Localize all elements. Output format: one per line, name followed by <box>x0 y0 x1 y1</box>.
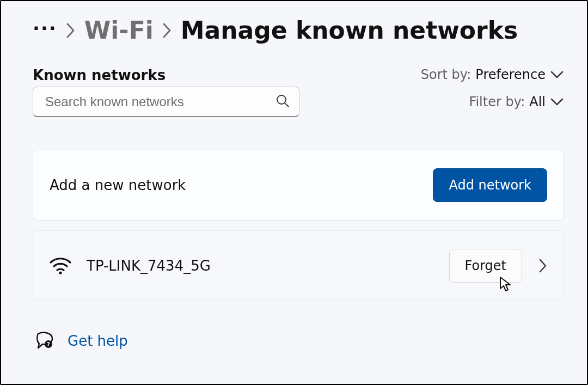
svg-line-1 <box>285 103 289 107</box>
filter-label: Filter by: <box>469 94 525 109</box>
network-row-right: Forget <box>449 249 548 283</box>
section-title: Known networks <box>33 67 299 83</box>
breadcrumb-more-icon[interactable]: ··· <box>33 17 57 44</box>
chevron-right-icon <box>66 22 76 39</box>
chevron-right-icon <box>162 22 172 39</box>
search-icon[interactable] <box>275 94 290 110</box>
header-row: Known networks Sort by: Preference <box>33 67 564 143</box>
help-row: ? Get help <box>33 332 564 350</box>
filter-dropdown[interactable]: Filter by: All <box>469 94 564 109</box>
get-help-link[interactable]: Get help <box>68 333 128 349</box>
search-input[interactable] <box>33 87 299 117</box>
filter-value: All <box>529 94 546 109</box>
chevron-down-icon <box>550 70 564 79</box>
sort-label: Sort by: <box>421 67 471 82</box>
network-row[interactable]: TP-LINK_7434_5G Forget <box>33 230 564 301</box>
breadcrumb-link-wifi[interactable]: Wi-Fi <box>84 16 154 44</box>
sort-value: Preference <box>475 67 546 82</box>
sort-dropdown[interactable]: Sort by: Preference <box>421 67 564 82</box>
help-icon: ? <box>36 332 54 350</box>
add-network-label: Add a new network <box>50 177 186 193</box>
sort-filter-group: Sort by: Preference Filter by: All <box>421 67 564 109</box>
svg-point-2 <box>59 271 62 274</box>
chevron-down-icon <box>550 97 564 106</box>
add-network-card: Add a new network Add network <box>33 150 564 221</box>
chevron-right-icon[interactable] <box>538 258 547 273</box>
forget-button[interactable]: Forget <box>449 249 523 283</box>
page-title: Manage known networks <box>181 16 518 44</box>
network-name: TP-LINK_7434_5G <box>87 258 211 274</box>
network-row-left: TP-LINK_7434_5G <box>50 255 211 277</box>
search-wrap <box>33 87 299 117</box>
breadcrumb: ··· Wi-Fi Manage known networks <box>33 16 564 44</box>
settings-page: ··· Wi-Fi Manage known networks Known ne… <box>0 0 588 385</box>
svg-text:?: ? <box>47 341 50 347</box>
add-network-button[interactable]: Add network <box>433 168 547 202</box>
wifi-icon <box>50 255 71 277</box>
